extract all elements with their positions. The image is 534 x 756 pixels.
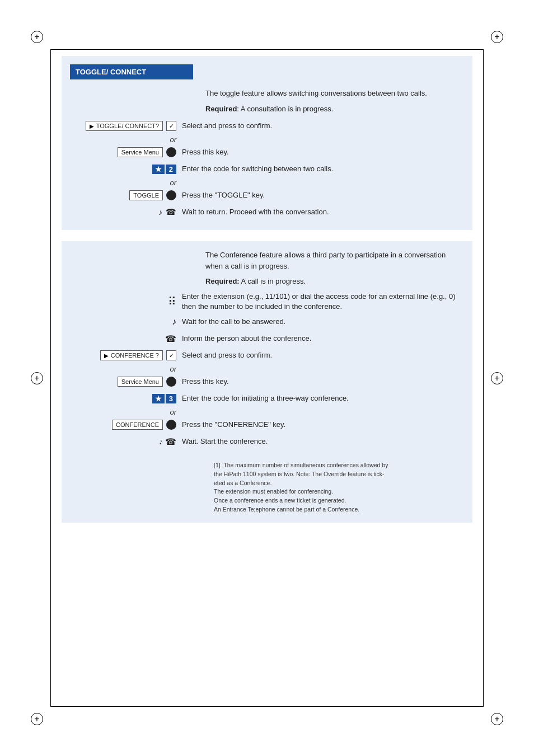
- toggle-connect-button[interactable]: ▶ TOGGLE/ CONNECT?: [86, 121, 163, 131]
- crosshair-bottom-right: [491, 713, 503, 725]
- conference-service-desc-text: Press this key.: [182, 377, 229, 386]
- toggle-or-1-label: or: [70, 135, 182, 144]
- toggle-icons-row: ♪ ☎ Wait to return. Proceed with the con…: [70, 205, 464, 219]
- conference-button-label: CONFERENCE ?: [111, 352, 159, 359]
- toggle-connect-desc-text: Select and press to confirm.: [182, 121, 272, 130]
- conference-dialpad-desc: Enter the extension (e.g., 11/101) or di…: [182, 292, 464, 313]
- conference-label-col: [70, 250, 199, 292]
- toggle-service-menu-desc: Press this key.: [182, 147, 464, 158]
- toggle-service-menu-circle[interactable]: [166, 147, 176, 157]
- conference-or-1: or: [70, 365, 464, 373]
- toggle-label-col: [70, 88, 199, 119]
- conference-btn-arrow: ▶: [104, 353, 109, 359]
- conference-musical-icon: ♪: [172, 317, 176, 327]
- conference-dialpad-label: ⠿: [70, 295, 182, 308]
- toggle-section: TOGGLE/ CONNECT The toggle feature allow…: [62, 56, 472, 230]
- border-line-top: [50, 49, 484, 50]
- toggle-connect-checkmark[interactable]: ✓: [166, 121, 176, 131]
- toggle-or-1: or: [70, 135, 464, 144]
- toggle-key-button[interactable]: TOGGLE: [129, 190, 163, 200]
- toggle-star-badge: ★: [152, 165, 165, 174]
- conference-key-row: CONFERENCE Press the "CONFERENCE" key.: [70, 417, 464, 432]
- conference-btn-label: ▶ CONFERENCE ? ✓: [70, 350, 182, 360]
- toggle-service-menu-button-label: Service Menu: [121, 149, 159, 156]
- conference-phone-desc: Inform the person about the conference.: [182, 334, 464, 344]
- conference-btn-desc-text: Select and press to confirm.: [182, 351, 272, 359]
- crosshair-mid-right: [491, 372, 503, 384]
- conference-description: The Conference feature allows a third pa…: [205, 250, 464, 271]
- conference-star3-desc-text: Enter the code for initiating a three-wa…: [182, 394, 349, 402]
- crosshair-mid-left: [31, 372, 43, 384]
- toggle-star2-row: ★ 2 Enter the code for switching between…: [70, 162, 464, 176]
- conference-service-row: Service Menu Press this key.: [70, 374, 464, 389]
- conference-phone-desc-text: Inform the person about the conference.: [182, 334, 311, 342]
- conference-musical-desc-text: Wait for the call to be answered.: [182, 317, 285, 326]
- conference-checkmark[interactable]: ✓: [166, 350, 176, 360]
- conference-musical-note-icon: ♪: [159, 437, 163, 446]
- conference-star-badge: ★: [152, 394, 165, 403]
- conference-musical-label: ♪: [70, 317, 182, 327]
- conference-service-button[interactable]: Service Menu: [118, 377, 163, 387]
- conference-button[interactable]: ▶ CONFERENCE ?: [100, 350, 163, 360]
- footnote-line-1: The maximum number of simultaneous confe…: [214, 462, 388, 513]
- toggle-key-label: TOGGLE: [70, 190, 182, 200]
- content-area: TOGGLE/ CONNECT The toggle feature allow…: [62, 56, 472, 700]
- conference-desc-text: The Conference feature allows a third pa…: [205, 251, 446, 270]
- conference-or-2: or: [70, 408, 464, 416]
- conference-required-label: Required:: [205, 277, 240, 285]
- footnote-block: [1] The maximum number of simultaneous c…: [70, 456, 464, 514]
- conference-or-1-text: or: [170, 365, 176, 373]
- conference-dialpad-desc-text: Enter the extension (e.g., 11/101) or di…: [182, 292, 456, 311]
- toggle-phone-icon: ☎: [166, 207, 176, 217]
- conference-icons-desc-text: Wait. Start the conference.: [182, 437, 268, 445]
- toggle-key-desc: Press the "TOGGLE" key.: [182, 190, 464, 201]
- conference-musical-desc: Wait for the call to be answered.: [182, 317, 464, 327]
- toggle-key-row: TOGGLE Press the "TOGGLE" key.: [70, 188, 464, 203]
- conference-phone-label: ☎: [70, 334, 182, 344]
- toggle-star2-desc-text: Enter the code for switching between two…: [182, 165, 333, 173]
- toggle-or-2: or: [70, 179, 464, 187]
- conference-key-button[interactable]: CONFERENCE: [112, 420, 163, 430]
- toggle-required: Required: A consultation is in progress.: [205, 104, 464, 115]
- toggle-service-menu-label: Service Menu: [70, 147, 182, 157]
- conference-dialpad-row: ⠿ Enter the extension (e.g., 11/101) or …: [70, 292, 464, 313]
- toggle-or-2-label: or: [70, 179, 182, 187]
- conference-required-text: A call is in progress.: [240, 277, 306, 285]
- conference-icons-row: ♪ ☎ Wait. Start the conference.: [70, 434, 464, 449]
- conference-key-desc-text: Press the "CONFERENCE" key.: [182, 420, 285, 429]
- crosshair-bottom-left: [31, 713, 43, 725]
- toggle-required-text: : A consultation is in progress.: [237, 105, 333, 113]
- conference-dialpad-icon: ⠿: [168, 295, 176, 308]
- conference-required: Required: A call is in progress.: [205, 276, 464, 287]
- toggle-header-label: TOGGLE/ CONNECT: [76, 68, 146, 76]
- toggle-desc-text: The toggle feature allows switching conv…: [205, 89, 427, 97]
- toggle-service-menu-row: Service Menu Press this key.: [70, 145, 464, 159]
- conference-icons-desc: Wait. Start the conference.: [182, 436, 464, 447]
- toggle-connect-button-label: TOGGLE/ CONNECT?: [96, 123, 159, 129]
- toggle-service-menu-button[interactable]: Service Menu: [118, 147, 163, 157]
- footnote-label-col: [70, 456, 199, 514]
- crosshair-top-right: [491, 31, 503, 43]
- conference-service-button-label: Service Menu: [121, 378, 159, 385]
- conference-key-circle[interactable]: [166, 420, 176, 430]
- toggle-connect-label: ▶ TOGGLE/ CONNECT? ✓: [70, 121, 182, 131]
- toggle-icons-label: ♪ ☎: [70, 207, 182, 217]
- toggle-desc-col: The toggle feature allows switching conv…: [199, 88, 464, 119]
- footnote: [1] The maximum number of simultaneous c…: [205, 461, 464, 514]
- conference-service-circle[interactable]: [166, 377, 176, 387]
- conference-service-label: Service Menu: [70, 377, 182, 387]
- crosshair-top-left: [31, 31, 43, 43]
- conference-section: The Conference feature allows a third pa…: [62, 241, 472, 523]
- toggle-key-circle[interactable]: [166, 190, 176, 200]
- toggle-desc-block: The toggle feature allows switching conv…: [70, 88, 464, 119]
- conference-or-1-label: or: [70, 365, 182, 373]
- toggle-description: The toggle feature allows switching conv…: [205, 88, 464, 99]
- toggle-star2-desc: Enter the code for switching between two…: [182, 164, 464, 175]
- toggle-key-desc-text: Press the "TOGGLE" key.: [182, 191, 265, 199]
- conference-icons-label: ♪ ☎: [70, 436, 182, 447]
- conference-star3-label: ★ 3: [70, 394, 182, 403]
- conference-handset-icon: ☎: [165, 436, 176, 447]
- conference-phone-icon: ☎: [165, 334, 176, 344]
- toggle-required-label: Required: [205, 105, 237, 113]
- conference-desc-block: The Conference feature allows a third pa…: [70, 250, 464, 292]
